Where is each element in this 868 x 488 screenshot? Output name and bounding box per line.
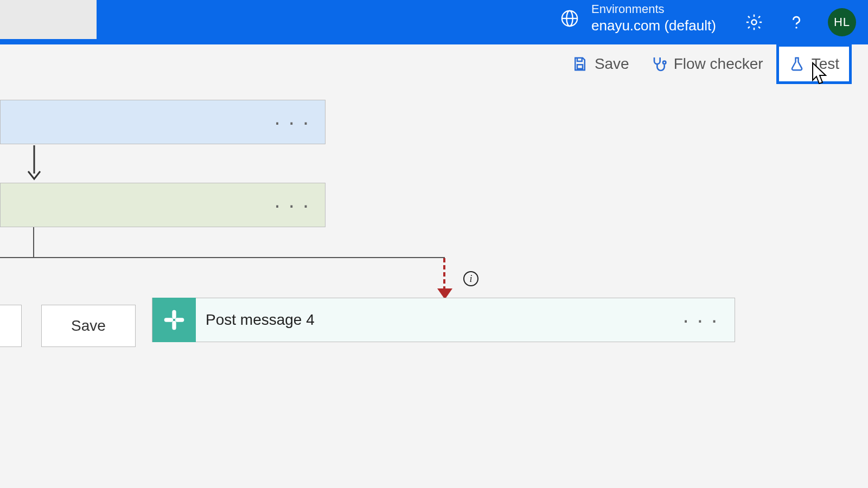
connector-dashed-line bbox=[443, 258, 445, 291]
environment-name: enayu.com (default) bbox=[591, 17, 716, 34]
save-button[interactable]: Save bbox=[564, 52, 637, 76]
footer-save-label: Save bbox=[71, 317, 106, 334]
flow-checker-button[interactable]: Flow checker bbox=[642, 52, 771, 76]
stethoscope-icon bbox=[650, 55, 667, 73]
save-button-label: Save bbox=[595, 55, 629, 73]
gear-icon bbox=[745, 13, 763, 31]
beaker-icon bbox=[789, 56, 805, 72]
footer-save-button[interactable]: Save bbox=[41, 305, 136, 347]
flow-step-card[interactable]: · · · bbox=[0, 183, 326, 227]
app-header: Environments enayu.com (default) HL bbox=[0, 0, 868, 44]
svg-rect-11 bbox=[175, 318, 184, 322]
question-icon bbox=[787, 13, 806, 31]
globe-icon bbox=[559, 8, 580, 29]
connector-line bbox=[33, 227, 34, 258]
arrow-down-icon bbox=[26, 145, 42, 181]
test-button[interactable]: Test bbox=[776, 44, 852, 84]
environment-picker[interactable]: Environments enayu.com (default) bbox=[559, 2, 716, 34]
svg-point-4 bbox=[795, 27, 797, 28]
editor-toolbar: Save Flow checker Test bbox=[0, 44, 868, 84]
flow-canvas[interactable]: · · · · · · i Post message 4 · · · Save bbox=[0, 84, 868, 423]
action-card-title: Post message 4 bbox=[206, 311, 682, 329]
svg-point-3 bbox=[751, 20, 756, 24]
flow-checker-label: Flow checker bbox=[674, 55, 763, 73]
footer-button-partial[interactable] bbox=[0, 305, 22, 347]
search-input[interactable] bbox=[0, 0, 97, 39]
test-button-label: Test bbox=[812, 55, 839, 73]
environment-label: Environments bbox=[591, 2, 716, 16]
slack-icon bbox=[152, 298, 196, 342]
help-button[interactable] bbox=[786, 11, 807, 33]
svg-rect-8 bbox=[172, 310, 176, 319]
avatar-initials: HL bbox=[834, 15, 850, 29]
flow-action-card[interactable]: Post message 4 · · · bbox=[152, 298, 735, 342]
save-icon bbox=[572, 56, 588, 72]
info-icon[interactable]: i bbox=[463, 271, 478, 286]
connector-line bbox=[0, 257, 445, 258]
svg-rect-9 bbox=[172, 321, 176, 330]
svg-rect-5 bbox=[577, 65, 583, 69]
flow-step-card[interactable]: · · · bbox=[0, 100, 326, 144]
footer-actions: Save bbox=[0, 305, 136, 347]
user-avatar[interactable]: HL bbox=[828, 8, 856, 36]
settings-button[interactable] bbox=[743, 11, 765, 33]
svg-rect-10 bbox=[164, 318, 174, 322]
svg-point-6 bbox=[663, 61, 666, 64]
